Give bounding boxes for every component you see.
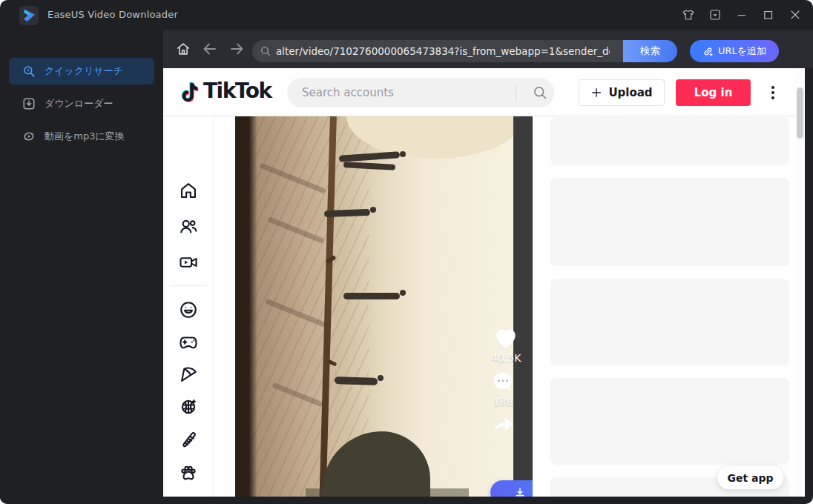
scrollbar-thumb[interactable] xyxy=(797,87,803,139)
quick-search-icon xyxy=(22,64,36,78)
sidebar-item-label: 動画をmp3に変換 xyxy=(45,130,125,143)
dropdown-panel-icon[interactable] xyxy=(708,7,723,22)
download-icon xyxy=(514,487,526,497)
comment-action[interactable]: 188 xyxy=(492,371,514,408)
maximize-button[interactable] xyxy=(761,7,776,22)
tiktok-note-icon xyxy=(178,80,200,102)
sidebar-item-convert-mp3[interactable]: 動画をmp3に変換 xyxy=(9,123,154,150)
heart-icon xyxy=(494,327,518,349)
forward-icon[interactable] xyxy=(227,39,246,59)
url-input[interactable] xyxy=(276,45,610,57)
related-placeholder xyxy=(550,178,789,266)
share-action[interactable] xyxy=(493,415,515,436)
app-sidebar: クイックリサーチ ダウンローダー 動画をmp3に変換 xyxy=(0,30,163,504)
like-action[interactable]: 40.5K xyxy=(491,327,521,364)
title-bar: EaseUS Video Downloader xyxy=(0,0,813,30)
related-placeholder xyxy=(550,378,789,465)
url-field[interactable] xyxy=(252,40,623,62)
search-icon xyxy=(260,45,271,57)
related-placeholder xyxy=(550,279,789,365)
food-icon[interactable] xyxy=(178,364,199,385)
back-icon[interactable] xyxy=(200,39,220,59)
theme-skin-icon[interactable] xyxy=(681,7,696,22)
login-button[interactable]: Log in xyxy=(676,79,751,106)
search-button[interactable]: 検索 xyxy=(623,40,677,62)
page-scrollbar[interactable] xyxy=(795,68,805,497)
app-logo-icon xyxy=(19,6,39,25)
video-player[interactable]: 40.5K 188 ダウンロード xyxy=(235,116,533,497)
comment-count: 188 xyxy=(493,396,513,408)
sidebar-item-quick-search[interactable]: クイックリサーチ xyxy=(9,58,154,84)
upload-button[interactable]: Upload xyxy=(579,79,665,106)
gaming-icon[interactable] xyxy=(178,332,199,353)
player-letterbox xyxy=(513,116,533,497)
add-url-button[interactable]: URLを追加 xyxy=(690,40,779,62)
minimize-button[interactable] xyxy=(734,7,749,22)
tiktok-search-input[interactable] xyxy=(302,86,502,99)
home-feed-icon[interactable] xyxy=(178,180,199,201)
tiktok-header: TikTok Upload Log in xyxy=(163,68,805,116)
link-plus-icon xyxy=(702,46,714,57)
share-icon xyxy=(493,415,515,436)
video-frame-beach-scene xyxy=(235,116,513,497)
sports-icon[interactable] xyxy=(178,496,199,497)
download-video-button[interactable]: ダウンロード xyxy=(490,480,533,497)
sidebar-item-downloader[interactable]: ダウンローダー xyxy=(9,90,154,117)
browser-toolbar: 検索 URLを追加 xyxy=(163,30,813,68)
rail-divider xyxy=(171,285,206,286)
like-count: 40.5K xyxy=(491,352,521,364)
plus-icon xyxy=(590,87,602,99)
get-app-button[interactable]: Get app xyxy=(717,466,783,489)
related-placeholder xyxy=(550,117,789,165)
animals-icon[interactable] xyxy=(178,462,199,483)
sidebar-item-label: ダウンローダー xyxy=(45,97,113,110)
more-menu-icon[interactable] xyxy=(767,82,779,104)
add-url-label: URLを追加 xyxy=(718,44,766,58)
home-icon[interactable] xyxy=(174,39,193,59)
tiktok-logo[interactable]: TikTok xyxy=(178,79,271,103)
live-icon[interactable] xyxy=(178,252,199,273)
tiktok-search-icon[interactable] xyxy=(526,84,554,101)
sidebar-item-label: クイックリサーチ xyxy=(45,64,123,78)
beauty-icon[interactable] xyxy=(178,429,199,450)
web-view: TikTok Upload Log in xyxy=(163,68,805,497)
comment-icon xyxy=(492,371,514,393)
convert-mp3-icon xyxy=(22,130,36,143)
dance-icon[interactable] xyxy=(178,397,199,417)
tiktok-search-box[interactable] xyxy=(287,78,554,107)
search-divider xyxy=(516,84,516,102)
tiktok-side-rail xyxy=(163,116,214,497)
following-icon[interactable] xyxy=(178,216,199,237)
tiktok-logo-text: TikTok xyxy=(203,79,271,103)
app-title: EaseUS Video Downloader xyxy=(47,9,178,20)
comedy-icon[interactable] xyxy=(178,299,199,320)
download-label: ダウンロード xyxy=(532,485,533,497)
app-window: EaseUS Video Downloader xyxy=(0,0,813,504)
close-button[interactable] xyxy=(788,7,803,22)
upload-label: Upload xyxy=(608,86,652,99)
downloader-icon xyxy=(22,97,36,110)
